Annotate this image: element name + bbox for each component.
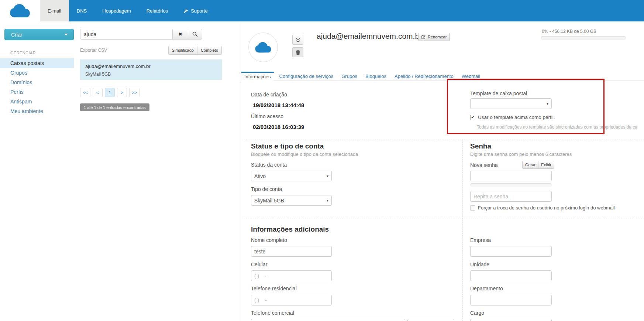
tab-configuracao-servicos[interactable]: Configuração de serviços <box>275 72 338 81</box>
tab-apelido-redirecionamento[interactable]: Apelido / Redirecionamento <box>390 72 458 81</box>
use-template-checkbox-label: Usar o template acima como perfil. <box>478 115 555 120</box>
department-input[interactable] <box>470 295 552 305</box>
last-access-value: 02/03/2018 16:03:39 <box>253 124 304 130</box>
company-input[interactable] <box>470 246 552 257</box>
password-strength-bar <box>470 183 552 187</box>
use-template-checkbox[interactable]: ✔ <box>470 115 475 120</box>
nav-tab-label: Hospedagem <box>102 8 131 14</box>
job-title-label: Cargo <box>470 310 484 316</box>
created-date-value: 19/02/2018 13:44:48 <box>253 102 304 108</box>
page-next-button[interactable]: > <box>117 88 127 97</box>
results-count-badge: 1 até 1 de 1 entradas encontradas <box>80 103 149 111</box>
rename-button-label: Renomear <box>428 35 447 39</box>
work-phone-extension-input[interactable] <box>407 319 454 321</box>
account-type-select[interactable]: SkyMail 5GB ▾ <box>251 195 332 206</box>
sidebar-item-antispam[interactable]: Antispam <box>0 97 74 106</box>
create-button[interactable]: Criar <box>4 29 74 40</box>
sidebar-item-caixas-postais[interactable]: Caixas postais <box>0 58 74 68</box>
tab-informacoes[interactable]: Informações <box>241 72 274 81</box>
nav-tab-hospedagem[interactable]: Hospedagem <box>94 0 138 21</box>
nav-tab-relatorios[interactable]: Relatórios <box>139 0 176 21</box>
full-name-input[interactable] <box>251 246 332 257</box>
generate-password-button[interactable]: Gerar <box>522 161 538 169</box>
sidebar-item-meu-ambiente[interactable]: Meu ambiente <box>0 106 74 116</box>
full-name-label: Nome completo <box>251 237 287 243</box>
status-section-title: Status e tipo de conta <box>251 142 324 150</box>
mailbox-title: ajuda@emailemnuvem.com.br <box>317 32 422 41</box>
search-button[interactable] <box>188 29 202 40</box>
page-prev-button[interactable]: < <box>93 88 103 97</box>
mailbox-item-email: ajuda@emailemnuvem.com.br <box>85 64 217 69</box>
export-csv-link[interactable]: Exportar CSV <box>80 48 107 53</box>
sidebar-item-perfis[interactable]: Perfis <box>0 87 74 97</box>
template-select[interactable]: ▾ <box>470 98 552 109</box>
pagination: << < 1 > >> <box>80 88 222 97</box>
quota-usage-bar <box>541 36 626 40</box>
view-simplificado-button[interactable]: Simplificado <box>168 46 197 55</box>
last-access-label: Último acesso <box>251 113 283 119</box>
section-divider <box>244 218 644 218</box>
force-password-checkbox[interactable] <box>470 205 475 211</box>
mailbox-item-plan: SkyMail 5GB <box>85 72 217 77</box>
show-password-button[interactable]: Exibir <box>538 161 554 169</box>
password-section-title: Senha <box>470 142 491 150</box>
sidebar-section-gerenciar: GERENCIAR <box>0 51 76 55</box>
use-template-checkbox-row: ✔ Usar o template acima como perfil. <box>470 115 555 120</box>
account-type-value: SkyMail 5GB <box>254 198 327 204</box>
template-helper-text: Todas as modificações no template são si… <box>477 124 637 130</box>
view-toggle-group: Simplificado Completo <box>168 46 222 55</box>
clear-search-button[interactable]: ✖ <box>172 29 188 40</box>
page-last-button[interactable]: >> <box>129 88 140 97</box>
wrench-icon <box>183 8 188 13</box>
caret-down-icon <box>64 34 68 35</box>
edit-icon <box>421 35 426 39</box>
cellphone-input[interactable] <box>251 270 332 281</box>
account-status-select[interactable]: Ativo ▾ <box>251 171 332 181</box>
unit-input[interactable] <box>470 270 552 281</box>
select-caret-icon: ▾ <box>327 198 328 202</box>
sidebar-item-dominios[interactable]: Domínios <box>0 78 74 87</box>
company-label: Empresa <box>470 237 491 243</box>
work-phone-input[interactable] <box>251 319 405 321</box>
delete-mailbox-button[interactable] <box>292 47 303 57</box>
password-section-subtitle: Digite uma senha com pelo menos 6 caract… <box>470 151 572 157</box>
nav-tab-label: Suporte <box>191 8 208 14</box>
upload-avatar-button[interactable] <box>292 35 303 45</box>
create-button-label: Criar <box>5 32 64 38</box>
detail-tabbar: Informações Configuração de serviços Gru… <box>241 72 644 81</box>
search-input[interactable] <box>80 29 173 40</box>
page-first-button[interactable]: << <box>80 88 90 97</box>
upload-icon <box>296 37 300 42</box>
job-title-input[interactable] <box>470 319 552 321</box>
new-password-label: Nova senha <box>470 162 498 168</box>
mailbox-list-item[interactable]: ajuda@emailemnuvem.com.br SkyMail 5GB <box>80 59 222 80</box>
page-1-button[interactable]: 1 <box>105 88 115 97</box>
nav-tab-label: E-mail <box>48 8 61 14</box>
select-caret-icon: ▾ <box>547 102 548 106</box>
force-password-checkbox-row: Forçar a troca de senha do usuário no pr… <box>470 205 615 211</box>
nav-tab-suporte[interactable]: Suporte <box>176 0 216 21</box>
brand-logo[interactable] <box>0 0 40 21</box>
tab-grupos[interactable]: Grupos <box>337 72 361 81</box>
nav-tabs: E-mail DNS Hospedagem Relatórios Suporte <box>40 0 216 21</box>
home-phone-label: Telefone residencial <box>251 286 297 291</box>
created-date-label: Data de criação <box>251 92 287 98</box>
mailbox-avatar[interactable] <box>248 33 278 62</box>
nav-tab-email[interactable]: E-mail <box>40 0 69 21</box>
repeat-password-input[interactable] <box>470 191 552 202</box>
view-completo-button[interactable]: Completo <box>197 46 222 55</box>
additional-section-title: Informações adicionais <box>251 225 329 233</box>
rename-button[interactable]: Renomear <box>418 33 450 41</box>
tab-bloqueios[interactable]: Bloqueios <box>361 72 390 81</box>
template-label: Template de caixa postal <box>470 91 527 96</box>
home-phone-input[interactable] <box>251 295 332 305</box>
select-caret-icon: ▾ <box>327 174 328 178</box>
cloud-avatar-icon <box>255 41 272 53</box>
sidebar-item-grupos[interactable]: Grupos <box>0 68 74 78</box>
unit-label: Unidade <box>470 262 489 267</box>
tab-webmail[interactable]: Webmail <box>458 72 484 81</box>
cellphone-label: Celular <box>251 262 267 267</box>
new-password-input[interactable] <box>470 171 552 181</box>
nav-tab-dns[interactable]: DNS <box>69 0 94 21</box>
account-status-value: Ativo <box>254 173 327 179</box>
